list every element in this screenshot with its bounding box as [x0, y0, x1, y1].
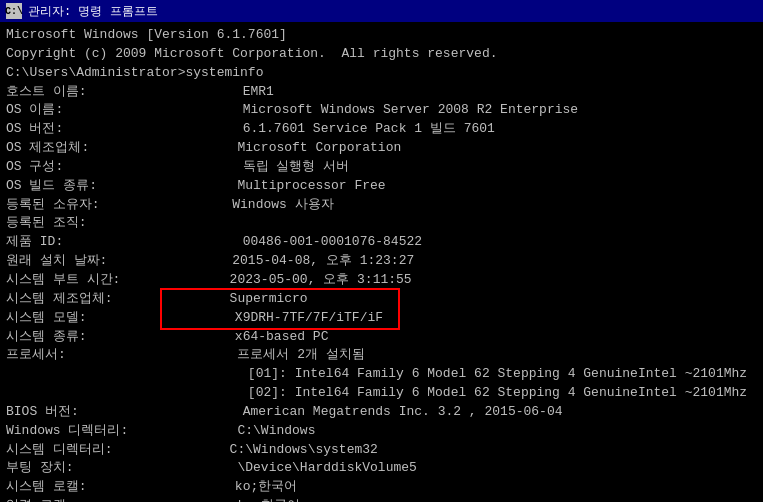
terminal-line: [01]: Intel64 Family 6 Model 62 Stepping… — [6, 365, 757, 384]
terminal-line: C:\Users\Administrator>systeminfo — [6, 64, 757, 83]
terminal-line: 부팅 장치: \Device\HarddiskVolume5 — [6, 459, 757, 478]
terminal-line: 시스템 로캘: ko;한국어 — [6, 478, 757, 497]
terminal-line: [02]: Intel64 Family 6 Model 62 Stepping… — [6, 384, 757, 403]
terminal-line: OS 빌드 종류: Multiprocessor Free — [6, 177, 757, 196]
terminal-line: 시스템 부트 시간: 2023-05-00, 오후 3:11:55 — [6, 271, 757, 290]
terminal-line: 호스트 이름: EMR1 — [6, 83, 757, 102]
terminal-line: OS 구성: 독립 실행형 서버 — [6, 158, 757, 177]
title-bar-label: 관리자: 명령 프롬프트 — [28, 3, 158, 20]
terminal: Microsoft Windows [Version 6.1.7601]Copy… — [0, 22, 763, 502]
terminal-line: 시스템 디렉터리: C:\Windows\system32 — [6, 441, 757, 460]
terminal-line: OS 이름: Microsoft Windows Server 2008 R2 … — [6, 101, 757, 120]
terminal-line: Windows 디렉터리: C:\Windows — [6, 422, 757, 441]
terminal-line: OS 제조업체: Microsoft Corporation — [6, 139, 757, 158]
terminal-content: Microsoft Windows [Version 6.1.7601]Copy… — [6, 26, 757, 502]
terminal-line: 원래 설치 날짜: 2015-04-08, 오후 1:23:27 — [6, 252, 757, 271]
terminal-line: 시스템 종류: x64-based PC — [6, 328, 757, 347]
terminal-line: Microsoft Windows [Version 6.1.7601] — [6, 26, 757, 45]
terminal-line: 제품 ID: 00486-001-0001076-84522 — [6, 233, 757, 252]
terminal-line: 시스템 모델: X9DRH-7TF/7F/iTF/iF — [6, 309, 757, 328]
terminal-line: BIOS 버전: American Megatrends Inc. 3.2 , … — [6, 403, 757, 422]
terminal-line: 프로세서: 프로세서 2개 설치됨 — [6, 346, 757, 365]
terminal-line: OS 버전: 6.1.7601 Service Pack 1 빌드 7601 — [6, 120, 757, 139]
terminal-line: Copyright (c) 2009 Microsoft Corporation… — [6, 45, 757, 64]
title-bar: C:\ 관리자: 명령 프롬프트 — [0, 0, 763, 22]
terminal-line: 등록된 조직: — [6, 214, 757, 233]
terminal-line: 등록된 소유자: Windows 사용자 — [6, 196, 757, 215]
terminal-line: 시스템 제조업체: Supermicro — [6, 290, 757, 309]
terminal-line: 입력 로캘: ko;한국어 — [6, 497, 757, 502]
title-bar-icon: C:\ — [6, 3, 22, 19]
